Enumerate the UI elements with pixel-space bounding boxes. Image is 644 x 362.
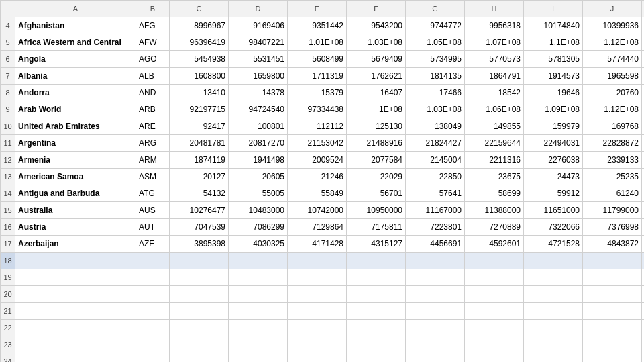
col-header-k[interactable]: K — [642, 1, 645, 17]
cell-value[interactable] — [229, 320, 288, 336]
cell-code[interactable]: ARB — [136, 101, 170, 118]
cell-value[interactable]: 92417 — [170, 118, 229, 135]
cell-value[interactable] — [642, 286, 645, 303]
cell-value[interactable]: 21488916 — [347, 135, 406, 152]
cell-value[interactable]: 21153042 — [288, 135, 347, 152]
cell-value[interactable]: 10276477 — [170, 202, 229, 219]
cell-value[interactable]: 1.05E+08 — [406, 34, 465, 51]
cell-value[interactable] — [406, 336, 465, 353]
table-row[interactable]: 4AfghanistanAFG8996967916940693514429543… — [1, 17, 645, 34]
cell-value[interactable]: 4721528 — [524, 236, 583, 253]
cell-country[interactable]: Andorra — [15, 85, 136, 101]
table-row[interactable]: 20 — [1, 286, 645, 303]
cell-value[interactable] — [170, 253, 229, 269]
cell-value[interactable]: 2009524 — [288, 152, 347, 169]
cell-country[interactable] — [15, 320, 136, 336]
cell-value[interactable] — [347, 269, 406, 286]
cell-value[interactable] — [288, 353, 347, 363]
cell-value[interactable]: 138049 — [406, 118, 465, 135]
cell-code[interactable]: AFG — [136, 17, 170, 34]
cell-value[interactable] — [642, 269, 645, 286]
cell-country[interactable]: Argentina — [15, 135, 136, 152]
cell-code[interactable]: AUS — [136, 202, 170, 219]
cell-value[interactable]: 9169406 — [229, 17, 288, 34]
cell-value[interactable]: 21824427 — [406, 135, 465, 152]
cell-value[interactable]: 15379 — [288, 85, 347, 101]
cell-country[interactable]: Antigua and Barbuda — [15, 185, 136, 202]
cell-value[interactable]: 11388000 — [465, 202, 524, 219]
cell-value[interactable] — [406, 253, 465, 269]
cell-value[interactable] — [170, 286, 229, 303]
cell-value[interactable]: 94724540 — [229, 101, 288, 118]
cell-value[interactable] — [583, 336, 642, 353]
cell-value[interactable]: 1.12E+08 — [583, 34, 642, 51]
cell-value[interactable]: 1.15E+08 — [642, 34, 645, 51]
cell-value[interactable]: 1711319 — [288, 68, 347, 85]
cell-value[interactable]: 22828872 — [583, 135, 642, 152]
cell-value[interactable]: 10637064 — [642, 17, 645, 34]
cell-value[interactable]: 4030325 — [229, 236, 288, 253]
cell-value[interactable] — [642, 253, 645, 269]
cell-value[interactable]: 55005 — [229, 185, 288, 202]
cell-code[interactable]: ARE — [136, 118, 170, 135]
table-row[interactable]: 12ArmeniaARM1874119194149820095242077584… — [1, 152, 645, 169]
cell-value[interactable] — [583, 269, 642, 286]
cell-value[interactable] — [406, 320, 465, 336]
cell-value[interactable]: 18542 — [465, 85, 524, 101]
cell-value[interactable]: 1.1E+08 — [524, 34, 583, 51]
cell-code[interactable] — [136, 303, 170, 320]
cell-value[interactable] — [347, 286, 406, 303]
col-header-h[interactable]: H — [465, 1, 524, 17]
cell-value[interactable]: 5454938 — [170, 51, 229, 68]
cell-value[interactable] — [229, 353, 288, 363]
cell-value[interactable] — [465, 253, 524, 269]
cell-value[interactable]: 10483000 — [229, 202, 288, 219]
cell-value[interactable]: 7086299 — [229, 219, 288, 236]
cell-value[interactable] — [229, 253, 288, 269]
cell-value[interactable]: 149855 — [465, 118, 524, 135]
cell-value[interactable]: 98407221 — [229, 34, 288, 51]
table-row[interactable]: 19 — [1, 269, 645, 286]
cell-value[interactable]: 125130 — [347, 118, 406, 135]
cell-value[interactable] — [170, 269, 229, 286]
cell-value[interactable] — [642, 353, 645, 363]
cell-value[interactable]: 16407 — [347, 85, 406, 101]
cell-value[interactable]: 17466 — [406, 85, 465, 101]
cell-code[interactable]: AFW — [136, 34, 170, 51]
cell-value[interactable]: 8996967 — [170, 17, 229, 34]
cell-value[interactable] — [465, 269, 524, 286]
cell-value[interactable] — [465, 336, 524, 353]
cell-value[interactable]: 159979 — [524, 118, 583, 135]
cell-value[interactable]: 1.15E+08 — [642, 101, 645, 118]
cell-value[interactable] — [406, 269, 465, 286]
cell-value[interactable] — [170, 353, 229, 363]
cell-country[interactable] — [15, 253, 136, 269]
table-row[interactable]: 5Africa Western and CentralAFW9639641998… — [1, 34, 645, 51]
cell-value[interactable]: 10399936 — [583, 17, 642, 34]
cell-value[interactable] — [524, 286, 583, 303]
cell-country[interactable] — [15, 336, 136, 353]
cell-value[interactable]: 10950000 — [347, 202, 406, 219]
cell-value[interactable]: 21246 — [288, 169, 347, 185]
cell-country[interactable] — [15, 286, 136, 303]
cell-value[interactable]: 112112 — [288, 118, 347, 135]
table-row[interactable]: 22 — [1, 320, 645, 336]
cell-value[interactable]: 25980 — [642, 169, 645, 185]
cell-value[interactable] — [524, 336, 583, 353]
cell-value[interactable]: 22850 — [406, 169, 465, 185]
cell-country[interactable]: Australia — [15, 202, 136, 219]
cell-value[interactable]: 1.09E+08 — [524, 101, 583, 118]
cell-value[interactable]: 92197715 — [170, 101, 229, 118]
cell-value[interactable]: 9543200 — [347, 17, 406, 34]
cell-value[interactable]: 96396419 — [170, 34, 229, 51]
cell-value[interactable]: 5770573 — [465, 51, 524, 68]
cell-value[interactable]: 1762621 — [347, 68, 406, 85]
cell-country[interactable]: Africa Western and Central — [15, 34, 136, 51]
table-row[interactable]: 17AzerbaijanAZE3895398403032541714284315… — [1, 236, 645, 253]
cell-value[interactable]: 7415403 — [642, 219, 645, 236]
cell-code[interactable]: AUT — [136, 219, 170, 236]
cell-value[interactable]: 5679409 — [347, 51, 406, 68]
cell-value[interactable]: 97334438 — [288, 101, 347, 118]
cell-value[interactable] — [347, 353, 406, 363]
cell-value[interactable]: 2276038 — [524, 152, 583, 169]
